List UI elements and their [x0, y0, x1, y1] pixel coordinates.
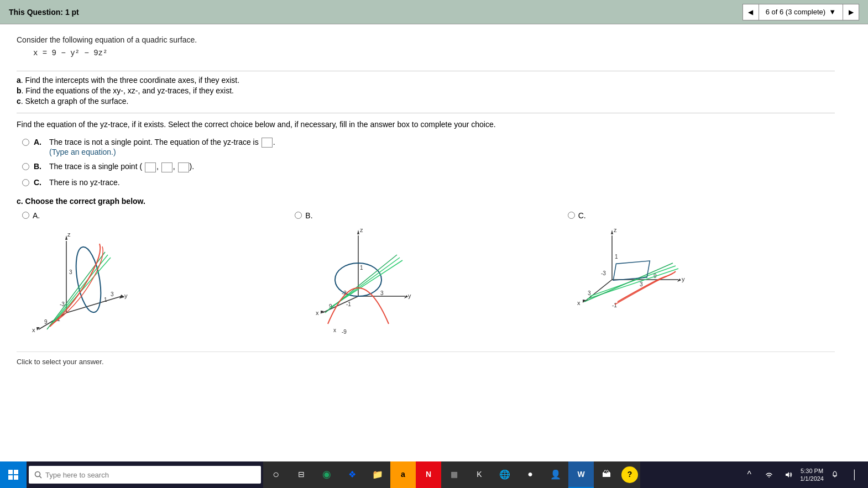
main-content: Consider the following equation of a qua… — [0, 24, 851, 377]
option-a-radio[interactable] — [22, 139, 29, 146]
graph-a-label: A. — [33, 211, 40, 220]
svg-text:y: y — [408, 292, 411, 299]
svg-text:3: 3 — [111, 291, 114, 297]
svg-text:-3: -3 — [601, 270, 606, 276]
sub-question-a: a. Find the intercepts with the three co… — [17, 76, 835, 85]
graph-b-header: B. — [295, 211, 312, 220]
question-points: 1 pt — [65, 8, 79, 17]
option-c-radio[interactable] — [22, 179, 29, 186]
question-info: This Question: 1 pt — [9, 8, 79, 17]
svg-text:z: z — [614, 227, 617, 233]
svg-text:x: x — [32, 327, 35, 333]
option-b-row: B. The trace is a single point ( , , ). — [22, 162, 835, 172]
svg-text:x: x — [316, 309, 319, 316]
option-c-row: C. There is no yz-trace. — [22, 178, 835, 187]
graph-b-radio[interactable] — [295, 212, 302, 219]
option-a-label: A. — [34, 138, 45, 146]
option-c-label: C. — [34, 178, 45, 187]
svg-marker-3 — [118, 293, 124, 298]
svg-text:3: 3 — [380, 290, 384, 296]
graph-option-c[interactable]: C. y x z 9 1 -3 3 3 -1 — [562, 211, 835, 340]
graph-c-header: C. — [568, 211, 586, 220]
click-instruction: Click to select your answer. — [17, 351, 835, 366]
option-a-subtext: (Type an equation.) — [49, 148, 275, 156]
graph-a-header: A. — [22, 211, 40, 220]
graph-options: A. y x z 1 3 9 -1 3 -3 — [17, 211, 835, 340]
sub-question-b: b. Find the equations of the xy-, xz-, a… — [17, 86, 835, 95]
svg-text:y: y — [682, 276, 685, 282]
option-c-text: There is no yz-trace. — [49, 178, 120, 187]
svg-text:-1: -1 — [346, 301, 351, 307]
svg-text:x: x — [333, 327, 336, 333]
svg-text:3: 3 — [69, 269, 72, 275]
graph-section-label: c. Choose the correct graph below. — [17, 197, 835, 206]
svg-marker-42 — [677, 279, 681, 282]
svg-text:3: 3 — [640, 281, 643, 287]
graph-a-svg: y x z 1 3 9 -1 3 -3 — [22, 224, 149, 340]
yz-trace-options: A. The trace is not a single point. The … — [22, 138, 835, 187]
graph-option-b[interactable]: B. y x z 3 -3 1 9 -1 — [289, 211, 562, 340]
graph-a-radio[interactable] — [22, 212, 29, 219]
svg-text:z: z — [67, 231, 71, 238]
svg-text:9: 9 — [44, 319, 48, 325]
graph-option-a[interactable]: A. y x z 1 3 9 -1 3 -3 — [17, 211, 289, 340]
option-a-row: A. The trace is not a single point. The … — [22, 138, 835, 156]
sub-question-c: c. Sketch a graph of the surface. — [17, 97, 835, 106]
svg-line-1 — [39, 313, 66, 329]
sub-questions: a. Find the intercepts with the three co… — [17, 76, 835, 113]
graph-c-radio[interactable] — [568, 212, 575, 219]
svg-rect-57 — [613, 261, 650, 280]
svg-text:1: 1 — [615, 254, 618, 260]
svg-text:z: z — [360, 227, 363, 233]
option-a-content: The trace is not a single point. The equ… — [49, 138, 275, 156]
yz-trace-instruction: Find the equation of the yz-trace, if it… — [17, 120, 835, 129]
svg-line-35 — [331, 260, 402, 307]
svg-marker-44 — [611, 230, 613, 234]
svg-text:y: y — [124, 292, 128, 299]
svg-text:-9: -9 — [342, 329, 347, 335]
svg-text:1: 1 — [360, 265, 363, 271]
svg-text:1: 1 — [104, 297, 107, 303]
graph-b-svg: y x z 3 -3 1 9 -1 x -9 — [295, 224, 422, 340]
navigation-controls: ◀ 6 of 6 (3 complete) ▼ ▶ — [742, 4, 859, 20]
header: This Question: 1 pt ◀ 6 of 6 (3 complete… — [0, 0, 868, 24]
prev-button[interactable]: ◀ — [742, 4, 759, 20]
option-b-content: The trace is a single point ( , , ). — [49, 162, 194, 172]
option-b-radio[interactable] — [22, 163, 29, 170]
svg-text:x: x — [577, 300, 581, 306]
svg-text:3: 3 — [588, 290, 591, 296]
question-label: This Question: — [9, 8, 63, 17]
question-counter[interactable]: 6 of 6 (3 complete) ▼ — [759, 4, 843, 20]
graph-b-label: B. — [305, 211, 312, 220]
graph-c-label: C. — [578, 211, 586, 220]
option-a-input-box[interactable] — [262, 138, 273, 148]
graph-c-svg: y x z 9 1 -3 3 3 -1 — [568, 224, 695, 340]
svg-marker-22 — [404, 295, 408, 298]
svg-marker-24 — [357, 230, 359, 234]
option-b-label: B. — [34, 162, 45, 171]
option-b-text: The trace is a single point ( — [49, 162, 142, 171]
option-a-text: The trace is not a single point. The equ… — [49, 138, 261, 146]
option-b-box1[interactable] — [145, 162, 156, 172]
option-b-box2[interactable] — [161, 162, 172, 172]
next-button[interactable]: ▶ — [843, 4, 859, 20]
question-intro: Consider the following equation of a qua… — [17, 35, 835, 71]
option-b-box3[interactable] — [178, 162, 189, 172]
